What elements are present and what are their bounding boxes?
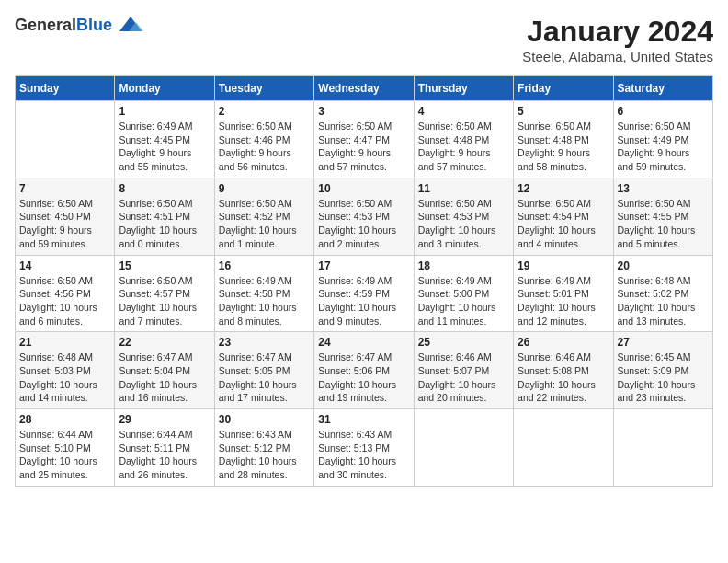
calendar-cell: 23Sunrise: 6:47 AM Sunset: 5:05 PM Dayli… [214, 332, 313, 409]
day-info: Sunrise: 6:43 AM Sunset: 5:13 PM Dayligh… [318, 428, 409, 482]
header: GeneralBlue January 2024 Steele, Alabama… [15, 15, 713, 64]
logo-general-text: GeneralBlue [15, 16, 112, 35]
calendar-cell: 1Sunrise: 6:49 AM Sunset: 4:45 PM Daylig… [115, 101, 214, 178]
day-number: 2 [219, 105, 310, 118]
day-info: Sunrise: 6:50 AM Sunset: 4:55 PM Dayligh… [618, 197, 709, 251]
day-info: Sunrise: 6:50 AM Sunset: 4:48 PM Dayligh… [418, 120, 509, 174]
day-number: 22 [119, 336, 210, 349]
day-number: 21 [19, 336, 110, 349]
day-info: Sunrise: 6:46 AM Sunset: 5:08 PM Dayligh… [518, 350, 609, 405]
calendar-header-saturday: Saturday [613, 76, 712, 101]
day-number: 24 [318, 336, 409, 349]
day-number: 5 [518, 105, 609, 118]
calendar-cell: 22Sunrise: 6:47 AM Sunset: 5:04 PM Dayli… [115, 332, 214, 409]
day-info: Sunrise: 6:50 AM Sunset: 4:48 PM Dayligh… [518, 120, 609, 174]
calendar-cell: 16Sunrise: 6:49 AM Sunset: 4:58 PM Dayli… [214, 255, 313, 332]
calendar-cell: 6Sunrise: 6:50 AM Sunset: 4:49 PM Daylig… [613, 101, 712, 178]
day-number: 30 [219, 413, 310, 426]
calendar-cell: 31Sunrise: 6:43 AM Sunset: 5:13 PM Dayli… [314, 409, 414, 487]
day-info: Sunrise: 6:50 AM Sunset: 4:54 PM Dayligh… [518, 197, 609, 251]
calendar-header-row: SundayMondayTuesdayWednesdayThursdayFrid… [16, 76, 713, 101]
day-number: 15 [119, 259, 210, 272]
day-number: 17 [318, 259, 409, 272]
calendar-cell: 21Sunrise: 6:48 AM Sunset: 5:03 PM Dayli… [16, 332, 115, 409]
calendar-cell [414, 409, 513, 487]
day-info: Sunrise: 6:48 AM Sunset: 5:02 PM Dayligh… [618, 274, 709, 328]
day-number: 6 [618, 105, 709, 118]
calendar-cell: 19Sunrise: 6:49 AM Sunset: 5:01 PM Dayli… [514, 255, 613, 332]
day-number: 1 [119, 105, 210, 118]
title-section: January 2024 Steele, Alabama, United Sta… [522, 15, 713, 64]
day-number: 23 [219, 336, 310, 349]
calendar-cell: 26Sunrise: 6:46 AM Sunset: 5:08 PM Dayli… [514, 332, 613, 409]
calendar-cell: 25Sunrise: 6:46 AM Sunset: 5:07 PM Dayli… [414, 332, 513, 409]
calendar-cell: 8Sunrise: 6:50 AM Sunset: 4:51 PM Daylig… [115, 178, 214, 255]
calendar-cell: 7Sunrise: 6:50 AM Sunset: 4:50 PM Daylig… [16, 178, 115, 255]
day-number: 10 [318, 182, 409, 195]
day-number: 26 [518, 336, 609, 349]
day-number: 9 [219, 182, 310, 195]
day-number: 3 [318, 105, 409, 118]
calendar-header-tuesday: Tuesday [214, 76, 313, 101]
day-info: Sunrise: 6:44 AM Sunset: 5:11 PM Dayligh… [119, 428, 210, 482]
day-number: 25 [418, 336, 509, 349]
day-info: Sunrise: 6:50 AM Sunset: 4:57 PM Dayligh… [119, 274, 210, 328]
calendar-week-row: 14Sunrise: 6:50 AM Sunset: 4:56 PM Dayli… [16, 255, 713, 332]
day-info: Sunrise: 6:49 AM Sunset: 4:58 PM Dayligh… [219, 274, 310, 328]
calendar-table: SundayMondayTuesdayWednesdayThursdayFrid… [15, 75, 713, 487]
calendar-cell: 30Sunrise: 6:43 AM Sunset: 5:12 PM Dayli… [214, 409, 313, 487]
day-info: Sunrise: 6:46 AM Sunset: 5:07 PM Dayligh… [418, 350, 509, 405]
logo: GeneralBlue [15, 15, 143, 35]
day-info: Sunrise: 6:49 AM Sunset: 4:45 PM Dayligh… [119, 120, 210, 174]
day-info: Sunrise: 6:50 AM Sunset: 4:51 PM Dayligh… [119, 197, 210, 251]
day-info: Sunrise: 6:50 AM Sunset: 4:53 PM Dayligh… [418, 197, 509, 251]
day-info: Sunrise: 6:50 AM Sunset: 4:52 PM Dayligh… [219, 197, 310, 251]
calendar-cell: 11Sunrise: 6:50 AM Sunset: 4:53 PM Dayli… [414, 178, 513, 255]
calendar-cell: 15Sunrise: 6:50 AM Sunset: 4:57 PM Dayli… [115, 255, 214, 332]
calendar-cell [613, 409, 712, 487]
day-number: 4 [418, 105, 509, 118]
day-info: Sunrise: 6:47 AM Sunset: 5:05 PM Dayligh… [219, 350, 310, 405]
calendar-week-row: 1Sunrise: 6:49 AM Sunset: 4:45 PM Daylig… [16, 101, 713, 178]
day-number: 16 [219, 259, 310, 272]
day-info: Sunrise: 6:47 AM Sunset: 5:06 PM Dayligh… [318, 350, 409, 405]
day-info: Sunrise: 6:47 AM Sunset: 5:04 PM Dayligh… [119, 350, 210, 405]
day-number: 18 [418, 259, 509, 272]
calendar-cell: 28Sunrise: 6:44 AM Sunset: 5:10 PM Dayli… [16, 409, 115, 487]
day-number: 13 [618, 182, 709, 195]
calendar-cell: 29Sunrise: 6:44 AM Sunset: 5:11 PM Dayli… [115, 409, 214, 487]
calendar-week-row: 21Sunrise: 6:48 AM Sunset: 5:03 PM Dayli… [16, 332, 713, 409]
calendar-header-wednesday: Wednesday [314, 76, 414, 101]
location: Steele, Alabama, United States [522, 49, 713, 64]
calendar-cell: 13Sunrise: 6:50 AM Sunset: 4:55 PM Dayli… [613, 178, 712, 255]
calendar-cell [16, 101, 115, 178]
day-info: Sunrise: 6:50 AM Sunset: 4:46 PM Dayligh… [219, 120, 310, 174]
calendar-cell: 14Sunrise: 6:50 AM Sunset: 4:56 PM Dayli… [16, 255, 115, 332]
calendar-cell: 18Sunrise: 6:49 AM Sunset: 5:00 PM Dayli… [414, 255, 513, 332]
day-info: Sunrise: 6:49 AM Sunset: 4:59 PM Dayligh… [318, 274, 409, 328]
day-info: Sunrise: 6:50 AM Sunset: 4:53 PM Dayligh… [318, 197, 409, 251]
day-number: 11 [418, 182, 509, 195]
day-number: 8 [119, 182, 210, 195]
calendar-cell: 27Sunrise: 6:45 AM Sunset: 5:09 PM Dayli… [613, 332, 712, 409]
calendar-cell [514, 409, 613, 487]
calendar-cell: 12Sunrise: 6:50 AM Sunset: 4:54 PM Dayli… [514, 178, 613, 255]
day-info: Sunrise: 6:49 AM Sunset: 5:00 PM Dayligh… [418, 274, 509, 328]
day-number: 28 [19, 413, 110, 426]
calendar-cell: 3Sunrise: 6:50 AM Sunset: 4:47 PM Daylig… [314, 101, 414, 178]
day-number: 20 [618, 259, 709, 272]
calendar-cell: 17Sunrise: 6:49 AM Sunset: 4:59 PM Dayli… [314, 255, 414, 332]
day-number: 14 [19, 259, 110, 272]
calendar-cell: 4Sunrise: 6:50 AM Sunset: 4:48 PM Daylig… [414, 101, 513, 178]
calendar-cell: 5Sunrise: 6:50 AM Sunset: 4:48 PM Daylig… [514, 101, 613, 178]
calendar-header-thursday: Thursday [414, 76, 513, 101]
day-info: Sunrise: 6:50 AM Sunset: 4:50 PM Dayligh… [19, 197, 110, 251]
day-number: 12 [518, 182, 609, 195]
day-info: Sunrise: 6:49 AM Sunset: 5:01 PM Dayligh… [518, 274, 609, 328]
day-number: 27 [618, 336, 709, 349]
day-number: 31 [318, 413, 409, 426]
day-info: Sunrise: 6:45 AM Sunset: 5:09 PM Dayligh… [618, 350, 709, 405]
calendar-header-sunday: Sunday [16, 76, 115, 101]
month-year: January 2024 [522, 15, 713, 49]
day-info: Sunrise: 6:50 AM Sunset: 4:56 PM Dayligh… [19, 274, 110, 328]
